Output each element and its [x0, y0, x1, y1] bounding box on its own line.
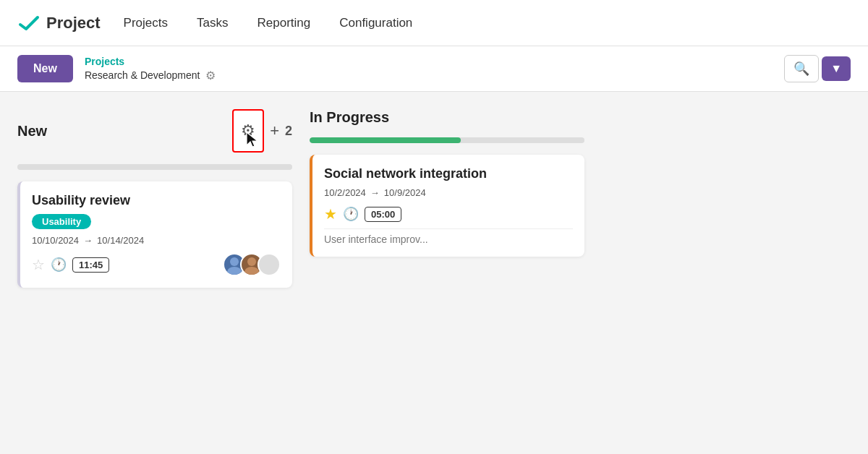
avatar-3	[258, 253, 281, 276]
breadcrumb-sub: Research & Development ⚙	[85, 69, 216, 82]
search-icon: 🔍	[793, 61, 809, 77]
task-tag: Usability	[32, 214, 91, 229]
nav-logo[interactable]: Project	[17, 12, 101, 35]
task-footer: ★ 🕐 05:00	[324, 205, 573, 223]
kanban-area: New ⚙ + 2 Usability review Usability	[0, 92, 868, 454]
nav-item-projects[interactable]: Projects	[112, 10, 179, 36]
filter-icon: ▼	[830, 62, 842, 74]
new-button[interactable]: New	[17, 55, 73, 82]
filter-button[interactable]: ▼	[822, 56, 851, 81]
cursor-icon	[245, 131, 260, 148]
time-badge: 11:45	[72, 257, 109, 273]
column-in-progress-title: In Progress	[310, 109, 389, 126]
svg-marker-0	[247, 132, 258, 147]
settings-icon[interactable]: ⚙	[205, 69, 216, 82]
column-new-progress-bar	[17, 164, 292, 170]
search-button[interactable]: 🔍	[784, 55, 819, 82]
nav-item-tasks[interactable]: Tasks	[185, 10, 239, 36]
svg-point-3	[247, 257, 256, 266]
avatars	[223, 253, 281, 276]
column-new-actions: ⚙ + 2	[232, 109, 292, 153]
svg-point-1	[230, 257, 239, 266]
star-icon[interactable]: ☆	[32, 256, 45, 273]
breadcrumb-actions: 🔍 ▼	[784, 55, 851, 82]
partial-text: User interface improv...	[324, 228, 573, 245]
column-new-title: New	[17, 123, 47, 140]
clock-icon: 🕐	[343, 206, 359, 222]
app-name: Project	[46, 14, 101, 33]
svg-point-4	[244, 267, 259, 275]
top-nav: Project Projects Tasks Reporting Configu…	[0, 0, 868, 46]
column-new-count: 2	[285, 124, 292, 139]
column-new: New ⚙ + 2 Usability review Usability	[17, 109, 292, 437]
breadcrumb-sub-text: Research & Development	[85, 69, 200, 81]
star-icon[interactable]: ★	[324, 205, 337, 223]
breadcrumb-top-link[interactable]: Projects	[85, 56, 216, 67]
arrow-icon: →	[83, 235, 93, 246]
task-date-end: 10/14/2024	[97, 235, 144, 246]
task-date-start: 10/2/2024	[324, 187, 366, 198]
logo-icon	[17, 12, 41, 35]
nav-item-reporting[interactable]: Reporting	[245, 10, 322, 36]
task-dates: 10/10/2024 → 10/14/2024	[32, 235, 281, 246]
task-card-social-network[interactable]: Social network integration 10/2/2024 → 1…	[310, 155, 584, 257]
column-in-progress-bar	[310, 137, 584, 143]
column-add-button[interactable]: +	[270, 123, 279, 139]
column-gear-button[interactable]: ⚙	[232, 109, 264, 153]
nav-item-configuration[interactable]: Configuration	[328, 10, 424, 36]
task-date-start: 10/10/2024	[32, 235, 79, 246]
task-title: Social network integration	[324, 166, 573, 181]
column-in-progress-header: In Progress	[310, 109, 584, 126]
task-card-usability-review[interactable]: Usability review Usability 10/10/2024 → …	[17, 181, 292, 288]
arrow-icon: →	[370, 187, 380, 198]
task-date-end: 10/9/2024	[384, 187, 426, 198]
svg-point-2	[227, 267, 242, 275]
task-dates: 10/2/2024 → 10/9/2024	[324, 187, 573, 198]
breadcrumb-bar: New Projects Research & Development ⚙ 🔍 …	[0, 46, 868, 92]
clock-icon: 🕐	[51, 257, 67, 273]
column-in-progress-fill	[310, 137, 461, 143]
time-badge: 05:00	[365, 207, 401, 222]
task-footer: ☆ 🕐 11:45	[32, 253, 281, 276]
column-new-header: New ⚙ + 2	[17, 109, 292, 153]
task-title: Usability review	[32, 193, 281, 208]
column-in-progress: In Progress Social network integration 1…	[310, 109, 584, 437]
breadcrumb: Projects Research & Development ⚙	[85, 56, 216, 82]
